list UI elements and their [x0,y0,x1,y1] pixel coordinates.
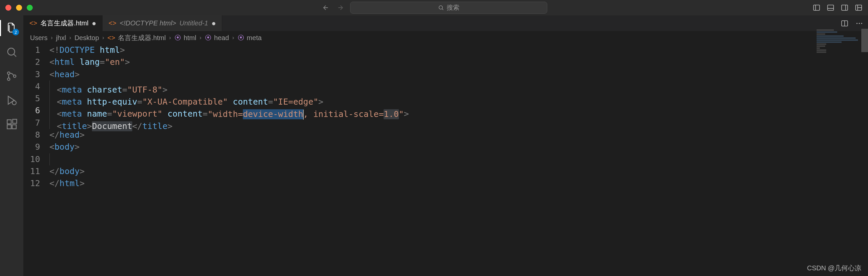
svg-rect-11 [7,125,11,129]
code-line[interactable]: <title>Document</title> [50,117,868,129]
code-line[interactable]: <!DOCTYPE html> [50,44,868,56]
chevron-right-icon: › [102,35,104,41]
symbol-icon: ⦿ [175,34,181,42]
svg-point-6 [7,72,10,74]
chevron-right-icon: › [232,35,234,41]
svg-point-7 [7,78,10,81]
line-number: 7 [23,117,40,129]
code-line[interactable]: <meta http-equiv="X-UA-Compatible" conte… [50,93,868,104]
chevron-right-icon: › [199,35,201,41]
source-control-icon [6,70,18,82]
search-icon [6,46,18,58]
minimize-window-button[interactable] [16,5,22,11]
code-line[interactable]: <html lang="en"> [50,56,868,68]
tab-label: 名言生成器.html [40,19,88,28]
svg-rect-10 [7,120,11,124]
line-number: 12 [23,177,40,189]
nav-back-button[interactable] [321,3,331,13]
tab-description: Untitled-1 [179,20,208,27]
line-number: 11 [23,165,40,177]
code-editor[interactable]: 123456789101112 <!DOCTYPE html><html lan… [23,44,868,276]
svg-point-0 [439,6,443,9]
maximize-window-button[interactable] [27,5,33,11]
svg-point-17 [861,23,862,24]
svg-rect-13 [13,119,17,123]
code-line[interactable]: </head> [50,129,868,141]
svg-point-9 [12,101,17,105]
line-numbers-gutter: 123456789101112 [23,44,50,276]
breadcrumb[interactable]: Users › jhxl › Desktop › <>名言生成器.html › … [23,31,868,44]
line-number: 8 [23,129,40,141]
code-line[interactable]: </html> [50,177,868,189]
svg-point-8 [13,75,16,78]
code-line[interactable]: <body> [50,141,868,153]
breadcrumb-segment[interactable]: 名言生成器.html [118,33,166,42]
code-line[interactable]: <head> [50,68,868,81]
watermark: CSDN @几何心凉 [807,264,861,273]
title-bar: 搜索 [0,0,868,16]
line-number: 10 [23,153,40,165]
code-content[interactable]: <!DOCTYPE html><html lang="en"><head><me… [50,44,868,276]
svg-point-5 [8,48,15,55]
search-icon [438,5,444,11]
more-actions-button[interactable] [855,20,863,27]
explorer-badge: 2 [12,29,19,35]
tab-label: <!DOCTYPE html> [120,20,176,27]
symbol-icon: ⦿ [238,34,244,42]
activity-source-control[interactable] [5,69,19,83]
code-line[interactable]: </body> [50,165,868,177]
activity-explorer[interactable]: 2 [5,21,19,35]
unsaved-indicator-icon: ● [212,19,216,28]
code-line[interactable]: <meta charset="UTF-8"> [50,81,868,93]
breadcrumb-segment[interactable]: Desktop [74,34,99,42]
html-file-icon: <> [29,20,37,27]
html-file-icon: <> [107,34,115,42]
breadcrumb-segment[interactable]: Users [30,34,48,42]
line-number: 1 [23,44,40,56]
close-window-button[interactable] [5,5,11,11]
line-number: 4 [23,81,40,93]
line-number: 2 [23,56,40,68]
chevron-right-icon: › [69,35,71,41]
line-number: 5 [23,93,40,104]
nav-forward-button[interactable] [335,3,345,13]
line-number: 6 [23,104,40,117]
split-editor-button[interactable] [841,20,848,27]
search-placeholder: 搜索 [447,3,459,12]
breadcrumb-segment[interactable]: html [184,34,196,42]
toggle-left-panel-button[interactable] [812,4,820,12]
command-center-search[interactable]: 搜索 [350,2,547,14]
activity-extensions[interactable] [5,118,19,131]
window-controls [5,5,33,11]
html-file-icon: <> [108,20,116,27]
line-number: 9 [23,141,40,153]
toggle-right-panel-button[interactable] [841,4,848,12]
line-number: 3 [23,68,40,81]
chevron-right-icon: › [169,35,171,41]
breadcrumb-segment[interactable]: meta [247,34,261,42]
breadcrumb-segment[interactable]: head [214,34,229,42]
svg-rect-2 [828,5,834,10]
activity-bar: 2 [0,16,23,276]
svg-rect-3 [842,5,848,10]
code-line[interactable]: <meta name="viewport" content="width=dev… [50,104,868,117]
editor-tab[interactable]: <>名言生成器.html● [23,16,102,31]
editor-group: <>名言生成器.html●<><!DOCTYPE html>Untitled-1… [23,16,868,276]
code-line[interactable] [50,153,868,165]
editor-tabs: <>名言生成器.html●<><!DOCTYPE html>Untitled-1… [23,16,868,31]
customize-layout-button[interactable] [855,4,863,12]
activity-run-debug[interactable] [5,94,19,107]
extensions-icon [6,118,18,130]
editor-tab[interactable]: <><!DOCTYPE html>Untitled-1● [102,16,222,31]
svg-point-16 [859,23,860,24]
activity-search[interactable] [5,45,19,59]
svg-rect-12 [12,125,17,129]
vertical-scrollbar[interactable] [861,29,868,52]
svg-point-15 [856,23,857,24]
breadcrumb-segment[interactable]: jhxl [56,34,66,42]
toggle-bottom-panel-button[interactable] [827,4,835,12]
debug-icon [6,94,18,106]
unsaved-indicator-icon: ● [92,19,96,28]
chevron-right-icon: › [51,35,53,41]
svg-rect-1 [813,5,819,10]
